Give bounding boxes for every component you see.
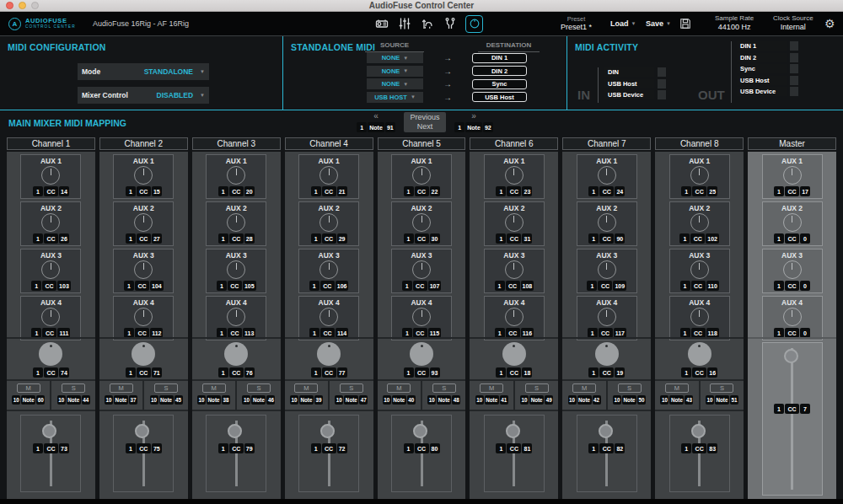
sample-rate[interactable]: Sample Rate 44100 Hz — [715, 12, 754, 35]
pan-midi-assignment[interactable]: 1CC93 — [403, 367, 440, 378]
aux-knob[interactable] — [134, 166, 153, 185]
pan-midi-assignment[interactable]: 1CC71 — [125, 367, 162, 378]
pan-midi-assignment[interactable]: 1CC18 — [496, 367, 533, 378]
fader-handle[interactable] — [42, 424, 56, 438]
aux-knob[interactable] — [41, 308, 60, 326]
aux-midi-assignment[interactable]: 1CC20 — [217, 186, 255, 196]
fader-midi-assignment[interactable]: 1CC81 — [485, 443, 544, 453]
channel-faders-icon[interactable] — [397, 16, 412, 31]
mute-midi-assignment[interactable]: 10Note38 — [196, 395, 230, 405]
solo-button[interactable]: S — [62, 383, 85, 393]
aux-midi-assignment[interactable]: 1CC107 — [401, 281, 442, 291]
clock-source-value[interactable]: Internal — [781, 23, 806, 33]
fader-midi-assignment[interactable]: 1CC7 — [763, 404, 822, 414]
aux-knob[interactable] — [690, 166, 709, 185]
solo-button[interactable]: S — [154, 383, 178, 393]
fader-handle[interactable] — [413, 424, 427, 438]
solo-button[interactable]: S — [432, 383, 456, 393]
solo-midi-assignment[interactable]: 10Note45 — [149, 395, 183, 405]
fader-midi-assignment[interactable]: 1CC73 — [21, 443, 80, 453]
aux-midi-assignment[interactable]: 1CC105 — [216, 281, 256, 291]
load-button[interactable]: Load ▼ — [610, 19, 636, 28]
aux-knob[interactable] — [412, 166, 431, 185]
aux-knob[interactable] — [783, 308, 802, 326]
clock-source[interactable]: Clock Source Internal — [773, 12, 813, 35]
aux-midi-assignment[interactable]: 1CC27 — [125, 233, 162, 244]
fader-handle[interactable] — [135, 424, 149, 438]
volume-fader[interactable]: 1CC75 — [113, 415, 174, 492]
aux-knob[interactable] — [690, 308, 709, 326]
aux-midi-assignment[interactable]: 1CC26 — [32, 233, 69, 244]
preset-selector[interactable]: Preset Preset1 * — [561, 12, 592, 35]
aux-knob[interactable] — [227, 213, 245, 232]
fader-midi-assignment[interactable]: 1CC75 — [114, 443, 173, 453]
aux-midi-assignment[interactable]: 1CC29 — [310, 233, 347, 244]
aux-knob[interactable] — [134, 260, 153, 279]
aux-knob[interactable] — [41, 213, 60, 232]
source-select[interactable]: USB HOST ▼ — [367, 92, 423, 103]
save-preset-icon[interactable] — [679, 12, 691, 35]
aux-knob[interactable] — [412, 308, 431, 326]
fader-handle[interactable] — [320, 424, 335, 438]
mute-midi-assignment[interactable]: 10Note37 — [105, 395, 138, 405]
solo-midi-assignment[interactable]: 10Note48 — [427, 395, 461, 405]
solo-button[interactable]: S — [525, 383, 549, 393]
fader-handle[interactable] — [784, 349, 798, 363]
previous-midi-assignment[interactable]: 1 Note 91 — [357, 122, 396, 132]
mute-button[interactable]: M — [572, 383, 596, 393]
solo-midi-assignment[interactable]: 10Note46 — [242, 395, 276, 405]
pan-knob[interactable] — [595, 342, 619, 366]
aux-midi-assignment[interactable]: 1CC108 — [494, 281, 534, 291]
pan-midi-assignment[interactable]: 1CC76 — [217, 367, 255, 378]
mute-button[interactable]: M — [294, 383, 318, 393]
midi-control-icon[interactable] — [465, 15, 483, 33]
aux-midi-assignment[interactable]: 1CC110 — [679, 281, 719, 291]
aux-knob[interactable] — [783, 260, 802, 279]
mode-select[interactable]: Mode STANDALONE ▼ — [78, 63, 209, 80]
aux-knob[interactable] — [41, 166, 60, 185]
pan-midi-assignment[interactable]: 1CC19 — [588, 367, 626, 378]
aux-midi-assignment[interactable]: 1CC104 — [123, 281, 164, 291]
mute-button[interactable]: M — [17, 383, 40, 393]
aux-midi-assignment[interactable]: 1CC30 — [403, 233, 440, 244]
aux-knob[interactable] — [227, 260, 245, 279]
aux-knob[interactable] — [412, 260, 431, 279]
aux-knob[interactable] — [319, 213, 338, 232]
mute-button[interactable]: M — [480, 383, 503, 393]
aux-midi-assignment[interactable]: 1CC106 — [309, 281, 349, 291]
aux-knob[interactable] — [505, 308, 524, 326]
pan-midi-assignment[interactable]: 1CC77 — [310, 367, 347, 378]
pan-midi-assignment[interactable]: 1CC74 — [32, 367, 69, 378]
solo-midi-assignment[interactable]: 10Note47 — [335, 395, 368, 405]
pan-knob[interactable] — [132, 342, 155, 366]
fader-handle[interactable] — [506, 424, 520, 438]
monitoring-icon[interactable] — [420, 16, 435, 31]
aux-knob[interactable] — [412, 213, 431, 232]
aux-knob[interactable] — [319, 166, 338, 185]
aux-knob[interactable] — [690, 260, 709, 279]
source-select[interactable]: NONE ▼ — [367, 52, 423, 63]
mute-midi-assignment[interactable]: 10Note43 — [660, 395, 694, 405]
audio-interface-icon[interactable] — [374, 16, 389, 31]
mute-button[interactable]: M — [665, 383, 689, 393]
mute-midi-assignment[interactable]: 10Note42 — [567, 395, 601, 405]
volume-fader[interactable]: 1CC83 — [669, 415, 730, 492]
settings-gear-icon[interactable]: ⚙ — [824, 12, 835, 35]
solo-button[interactable]: S — [247, 383, 271, 393]
sample-rate-value[interactable]: 44100 Hz — [718, 23, 751, 33]
aux-knob[interactable] — [227, 308, 245, 326]
solo-button[interactable]: S — [618, 383, 642, 393]
aux-midi-assignment[interactable]: 1CC0 — [774, 233, 811, 244]
solo-midi-assignment[interactable]: 10Note50 — [613, 395, 647, 405]
fader-handle[interactable] — [599, 424, 613, 438]
solo-midi-assignment[interactable]: 10Note49 — [520, 395, 554, 405]
aux-midi-assignment[interactable]: 1CC28 — [217, 233, 255, 244]
volume-fader[interactable]: 1CC80 — [391, 415, 452, 492]
aux-knob[interactable] — [505, 166, 524, 185]
aux-midi-assignment[interactable]: 1CC14 — [32, 186, 69, 196]
source-select[interactable]: NONE ▼ — [367, 78, 423, 89]
aux-knob[interactable] — [505, 260, 524, 279]
pan-knob[interactable] — [317, 342, 341, 366]
aux-knob[interactable] — [41, 260, 60, 279]
solo-button[interactable]: S — [340, 383, 363, 393]
